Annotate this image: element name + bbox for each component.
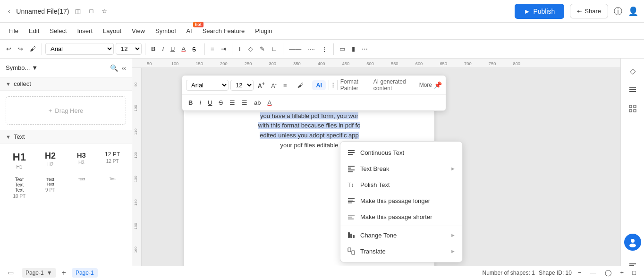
zoom-dash-button[interactable]: — <box>588 267 599 278</box>
menu-edit[interactable]: Edit <box>24 25 44 36</box>
ctx-make-shorter[interactable]: Make this passage shorter <box>340 209 462 225</box>
menu-view[interactable]: View <box>127 25 150 36</box>
zoom-in-button[interactable]: + <box>618 267 627 278</box>
ctx-continuous-text[interactable]: Continuous Text <box>340 144 462 161</box>
ctx-translate[interactable]: Translate ► <box>340 243 462 259</box>
connector-button[interactable]: ∟ <box>269 43 280 54</box>
star-button[interactable]: ☆ <box>99 6 110 17</box>
right-tool-layers[interactable] <box>624 81 641 98</box>
zoom-out-button[interactable]: − <box>576 267 584 278</box>
more-button[interactable]: ⋯ <box>359 43 370 54</box>
right-tool-shapes[interactable]: ◇ <box>624 62 641 79</box>
ft-list-button[interactable]: ☰ <box>239 98 250 108</box>
svg-text:700: 700 <box>464 61 472 66</box>
right-tool-grid[interactable] <box>624 100 641 117</box>
pt12-style[interactable]: 12 PT 12 PT <box>99 149 126 171</box>
menu-layout[interactable]: Layout <box>98 25 126 36</box>
line-style-button[interactable]: —— <box>287 43 304 54</box>
redo-button[interactable]: ↪ <box>16 43 25 54</box>
doc-text-highlighted-2: you have a fillable pdf form, you wor <box>260 112 358 119</box>
help-icon[interactable]: ⓘ <box>614 6 622 17</box>
ft-case-button[interactable]: ab <box>252 98 263 108</box>
translate-icon <box>347 247 356 255</box>
ft-pin-button[interactable]: 📌 <box>434 81 442 89</box>
h3-style[interactable]: H3 H3 <box>68 149 95 171</box>
ft-align-btn[interactable]: ≡ <box>281 80 289 90</box>
ft-italic-button[interactable]: I <box>197 98 203 108</box>
export-button[interactable]: □ <box>87 6 95 17</box>
canvas-area[interactable]: 90 100 110 120 130 140 150 160 in an edi… <box>132 68 620 266</box>
ai-context-menu: Continuous Text Text Break ► T <box>340 141 463 262</box>
underline-button[interactable]: U <box>168 43 177 54</box>
font-size-select[interactable]: 12 10 14 18 24 <box>116 43 142 55</box>
dashed-button[interactable]: ⋮ <box>319 43 330 54</box>
fit-screen-button[interactable]: □ <box>630 267 638 278</box>
text-section-header[interactable]: ▼ Text <box>0 130 132 144</box>
ft-bold-button[interactable]: B <box>186 98 195 108</box>
publish-button[interactable]: ► Publish <box>515 4 565 19</box>
bold-button[interactable]: B <box>149 43 158 54</box>
ft-strikethrough-button[interactable]: S <box>216 98 225 108</box>
ft-linespacing-button[interactable]: ☰ <box>227 98 237 108</box>
panel-search-button[interactable]: 🔍 <box>110 64 118 72</box>
drag-here-area[interactable]: + Drag Here <box>6 96 126 125</box>
ft-decrease-btn[interactable]: A- <box>269 80 279 91</box>
collect-section-header[interactable]: ▼ collect <box>0 77 132 91</box>
svg-text:650: 650 <box>440 61 447 66</box>
lines2-style[interactable]: Text <box>99 175 126 201</box>
ft-more-button[interactable]: ⁝ <box>332 81 334 90</box>
strikethrough-button[interactable]: S̶ <box>190 44 201 54</box>
menu-symbol[interactable]: Symbol <box>151 25 180 36</box>
menu-select[interactable]: Select <box>45 25 71 36</box>
menu-insert[interactable]: Insert <box>73 25 98 36</box>
lines1-style[interactable]: Text <box>68 175 95 201</box>
pt9-style[interactable]: TextText 9 PT <box>37 175 64 201</box>
ft-ai-button[interactable]: AI <box>312 80 326 90</box>
panel-collapse-button[interactable]: ‹‹ <box>122 64 126 72</box>
crop-button[interactable]: ▮ <box>349 43 357 54</box>
zoom-circle-button[interactable]: ◯ <box>602 267 614 278</box>
add-page-button[interactable]: + <box>62 269 66 277</box>
frame-button[interactable]: ▭ <box>337 43 347 54</box>
ft-textcolor-button[interactable]: A <box>265 98 274 108</box>
menu-search[interactable]: Search Feature <box>198 25 250 36</box>
ft-increase-btn[interactable]: A+ <box>255 80 267 91</box>
polish-text-icon: T↕ <box>347 181 356 188</box>
paint-button[interactable]: 🖌 <box>27 43 38 54</box>
ctx-make-longer[interactable]: Make this passage longer <box>340 193 462 209</box>
menu-file[interactable]: File <box>4 25 23 36</box>
undo-button[interactable]: ↩ <box>4 43 14 54</box>
text-color-button[interactable]: A <box>179 43 188 54</box>
share-button[interactable]: ⇜ Share <box>570 4 608 18</box>
panels-button[interactable]: ◫ <box>73 6 83 17</box>
ft-underline-button[interactable]: U <box>205 98 214 108</box>
ctx-polish-text[interactable]: T↕ Polish Text <box>340 177 462 193</box>
ft-paint-btn[interactable]: 🖌 <box>295 80 306 90</box>
menu-ai[interactable]: AI hot <box>181 25 196 36</box>
pen-button[interactable]: ✎ <box>257 43 267 54</box>
text-styles-grid: H1 H1 H2 H2 H3 H3 12 PT 12 PT TextTextTe… <box>0 144 132 206</box>
change-tone-icon <box>347 231 356 239</box>
fill-button[interactable]: ◇ <box>246 43 255 54</box>
view-toggle-button[interactable]: ▭ <box>6 267 16 278</box>
ft-size-select[interactable]: 12 <box>230 80 254 91</box>
text-break-icon <box>347 165 356 172</box>
border-style-button[interactable]: ···· <box>305 43 317 54</box>
ctx-text-break[interactable]: Text Break ► <box>340 161 462 177</box>
back-button[interactable]: ‹ <box>6 6 12 17</box>
italic-button[interactable]: I <box>160 43 166 54</box>
paragraph-button[interactable]: ⇥ <box>219 43 229 54</box>
h2-style[interactable]: H2 H2 <box>37 149 64 171</box>
align-center-button[interactable]: ≡ <box>208 43 217 54</box>
ai-chat-avatar[interactable] <box>624 234 641 251</box>
page-tab-selector[interactable]: Page-1 ▼ <box>22 268 56 278</box>
ctx-change-tone[interactable]: Change Tone ► <box>340 227 462 243</box>
current-page-tab[interactable]: Page-1 <box>72 268 98 278</box>
ft-font-select[interactable]: Arial <box>186 80 229 91</box>
h1-style[interactable]: H1 H1 <box>6 149 33 171</box>
text-frame-button[interactable]: T <box>236 43 244 54</box>
menu-plugin[interactable]: Plugin <box>250 25 277 36</box>
user-avatar[interactable]: 👤 <box>628 6 638 17</box>
font-family-select[interactable]: Arial Times New Roman Helvetica <box>45 43 114 55</box>
pt10-style[interactable]: TextTextText 10 PT <box>6 175 33 201</box>
